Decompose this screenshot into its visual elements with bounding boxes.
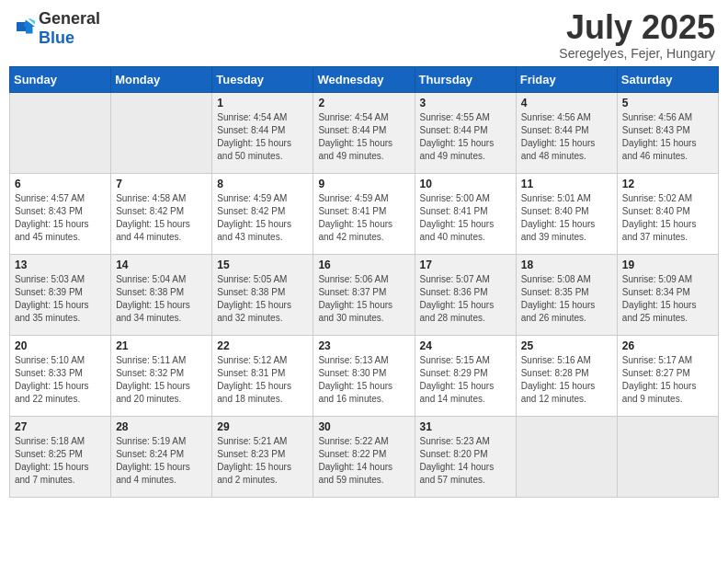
day-number: 30 <box>318 420 409 433</box>
day-number: 28 <box>116 420 207 433</box>
calendar-day-cell: 11Sunrise: 5:01 AMSunset: 8:40 PMDayligh… <box>516 173 617 254</box>
calendar-day-cell: 18Sunrise: 5:08 AMSunset: 8:35 PMDayligh… <box>516 254 617 335</box>
calendar-week-row: 6Sunrise: 4:57 AMSunset: 8:43 PMDaylight… <box>10 173 719 254</box>
day-number: 22 <box>217 339 308 352</box>
calendar-day-cell: 27Sunrise: 5:18 AMSunset: 8:25 PMDayligh… <box>10 416 111 497</box>
weekday-header-thursday: Thursday <box>415 66 516 92</box>
logo-graphic <box>13 17 37 40</box>
day-number: 1 <box>217 97 308 109</box>
logo-general: General <box>39 9 100 28</box>
day-info: Sunrise: 4:55 AMSunset: 8:44 PMDaylight:… <box>420 111 511 163</box>
day-number: 21 <box>116 339 207 352</box>
day-number: 8 <box>217 178 308 190</box>
calendar-day-cell: 28Sunrise: 5:19 AMSunset: 8:24 PMDayligh… <box>111 416 212 497</box>
calendar-day-cell <box>111 92 212 173</box>
day-info: Sunrise: 5:10 AMSunset: 8:33 PMDaylight:… <box>15 354 106 406</box>
day-info: Sunrise: 5:07 AMSunset: 8:36 PMDaylight:… <box>420 273 511 325</box>
calendar-day-cell: 7Sunrise: 4:58 AMSunset: 8:42 PMDaylight… <box>111 173 212 254</box>
weekday-header-friday: Friday <box>516 66 617 92</box>
day-info: Sunrise: 5:02 AMSunset: 8:40 PMDaylight:… <box>622 192 713 244</box>
calendar-day-cell <box>617 416 718 497</box>
calendar-day-cell <box>10 92 111 173</box>
day-info: Sunrise: 4:56 AMSunset: 8:43 PMDaylight:… <box>622 111 713 163</box>
day-info: Sunrise: 5:23 AMSunset: 8:20 PMDaylight:… <box>420 435 511 487</box>
logo-text: General Blue <box>39 9 100 48</box>
day-info: Sunrise: 5:08 AMSunset: 8:35 PMDaylight:… <box>521 273 612 325</box>
day-number: 9 <box>318 178 409 190</box>
day-info: Sunrise: 5:03 AMSunset: 8:39 PMDaylight:… <box>15 273 106 325</box>
day-info: Sunrise: 5:21 AMSunset: 8:23 PMDaylight:… <box>217 435 308 487</box>
calendar-day-cell: 26Sunrise: 5:17 AMSunset: 8:27 PMDayligh… <box>617 335 718 416</box>
day-number: 31 <box>420 420 511 433</box>
day-info: Sunrise: 5:15 AMSunset: 8:29 PMDaylight:… <box>420 354 511 406</box>
day-info: Sunrise: 5:22 AMSunset: 8:22 PMDaylight:… <box>318 435 409 487</box>
weekday-header-monday: Monday <box>111 66 212 92</box>
day-info: Sunrise: 5:09 AMSunset: 8:34 PMDaylight:… <box>622 273 713 325</box>
day-number: 10 <box>420 178 511 190</box>
day-number: 23 <box>318 339 409 352</box>
day-number: 18 <box>521 259 612 271</box>
day-info: Sunrise: 5:04 AMSunset: 8:38 PMDaylight:… <box>116 273 207 325</box>
day-info: Sunrise: 5:12 AMSunset: 8:31 PMDaylight:… <box>217 354 308 406</box>
calendar-day-cell: 6Sunrise: 4:57 AMSunset: 8:43 PMDaylight… <box>10 173 111 254</box>
day-number: 20 <box>15 339 106 352</box>
day-info: Sunrise: 5:06 AMSunset: 8:37 PMDaylight:… <box>318 273 409 325</box>
weekday-header-sunday: Sunday <box>10 66 111 92</box>
calendar-day-cell: 24Sunrise: 5:15 AMSunset: 8:29 PMDayligh… <box>415 335 516 416</box>
calendar-day-cell: 23Sunrise: 5:13 AMSunset: 8:30 PMDayligh… <box>313 335 415 416</box>
calendar-day-cell: 15Sunrise: 5:05 AMSunset: 8:38 PMDayligh… <box>212 254 313 335</box>
location-subtitle: Seregelyes, Fejer, Hungary <box>559 46 715 61</box>
day-info: Sunrise: 5:00 AMSunset: 8:41 PMDaylight:… <box>420 192 511 244</box>
calendar-day-cell: 1Sunrise: 4:54 AMSunset: 8:44 PMDaylight… <box>212 92 313 173</box>
calendar-day-cell: 30Sunrise: 5:22 AMSunset: 8:22 PMDayligh… <box>313 416 415 497</box>
calendar-day-cell: 19Sunrise: 5:09 AMSunset: 8:34 PMDayligh… <box>617 254 718 335</box>
day-info: Sunrise: 4:58 AMSunset: 8:42 PMDaylight:… <box>116 192 207 244</box>
day-info: Sunrise: 4:54 AMSunset: 8:44 PMDaylight:… <box>217 111 308 163</box>
day-number: 26 <box>622 339 713 352</box>
day-info: Sunrise: 5:19 AMSunset: 8:24 PMDaylight:… <box>116 435 207 487</box>
day-number: 13 <box>15 259 106 271</box>
day-info: Sunrise: 4:56 AMSunset: 8:44 PMDaylight:… <box>521 111 612 163</box>
calendar-header-row: SundayMondayTuesdayWednesdayThursdayFrid… <box>10 66 719 92</box>
day-number: 16 <box>318 259 409 271</box>
calendar-day-cell: 17Sunrise: 5:07 AMSunset: 8:36 PMDayligh… <box>415 254 516 335</box>
calendar-week-row: 27Sunrise: 5:18 AMSunset: 8:25 PMDayligh… <box>10 416 719 497</box>
calendar-table: SundayMondayTuesdayWednesdayThursdayFrid… <box>9 66 719 498</box>
day-number: 5 <box>622 97 713 109</box>
calendar-day-cell: 9Sunrise: 4:59 AMSunset: 8:41 PMDaylight… <box>313 173 415 254</box>
calendar-day-cell: 31Sunrise: 5:23 AMSunset: 8:20 PMDayligh… <box>415 416 516 497</box>
logo-blue: Blue <box>39 29 74 47</box>
weekday-header-wednesday: Wednesday <box>313 66 415 92</box>
calendar-day-cell: 22Sunrise: 5:12 AMSunset: 8:31 PMDayligh… <box>212 335 313 416</box>
logo: General Blue <box>13 9 100 48</box>
day-number: 6 <box>15 178 106 190</box>
calendar-day-cell: 5Sunrise: 4:56 AMSunset: 8:43 PMDaylight… <box>617 92 718 173</box>
calendar-day-cell: 2Sunrise: 4:54 AMSunset: 8:44 PMDaylight… <box>313 92 415 173</box>
day-info: Sunrise: 5:11 AMSunset: 8:32 PMDaylight:… <box>116 354 207 406</box>
day-number: 11 <box>521 178 612 190</box>
weekday-header-saturday: Saturday <box>617 66 718 92</box>
day-number: 15 <box>217 259 308 271</box>
day-info: Sunrise: 5:13 AMSunset: 8:30 PMDaylight:… <box>318 354 409 406</box>
weekday-header-tuesday: Tuesday <box>212 66 313 92</box>
calendar-day-cell: 10Sunrise: 5:00 AMSunset: 8:41 PMDayligh… <box>415 173 516 254</box>
day-number: 29 <box>217 420 308 433</box>
day-number: 4 <box>521 97 612 109</box>
calendar-day-cell: 20Sunrise: 5:10 AMSunset: 8:33 PMDayligh… <box>10 335 111 416</box>
calendar-week-row: 20Sunrise: 5:10 AMSunset: 8:33 PMDayligh… <box>10 335 719 416</box>
day-number: 12 <box>622 178 713 190</box>
day-number: 7 <box>116 178 207 190</box>
page-header: General Blue July 2025 Seregelyes, Fejer… <box>9 9 719 61</box>
day-info: Sunrise: 5:16 AMSunset: 8:28 PMDaylight:… <box>521 354 612 406</box>
day-number: 2 <box>318 97 409 109</box>
day-info: Sunrise: 4:59 AMSunset: 8:42 PMDaylight:… <box>217 192 308 244</box>
calendar-day-cell: 29Sunrise: 5:21 AMSunset: 8:23 PMDayligh… <box>212 416 313 497</box>
calendar-day-cell <box>516 416 617 497</box>
day-number: 3 <box>420 97 511 109</box>
calendar-day-cell: 21Sunrise: 5:11 AMSunset: 8:32 PMDayligh… <box>111 335 212 416</box>
day-info: Sunrise: 4:54 AMSunset: 8:44 PMDaylight:… <box>318 111 409 163</box>
calendar-day-cell: 12Sunrise: 5:02 AMSunset: 8:40 PMDayligh… <box>617 173 718 254</box>
day-info: Sunrise: 5:18 AMSunset: 8:25 PMDaylight:… <box>15 435 106 487</box>
calendar-day-cell: 25Sunrise: 5:16 AMSunset: 8:28 PMDayligh… <box>516 335 617 416</box>
day-number: 14 <box>116 259 207 271</box>
